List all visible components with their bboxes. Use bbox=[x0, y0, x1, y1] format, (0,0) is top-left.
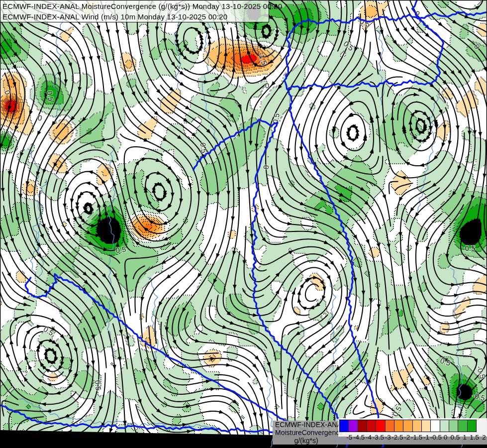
legend-swatch bbox=[412, 420, 422, 432]
legend-tick-label: -3 bbox=[385, 434, 391, 441]
title-line-moisture: ECMWF-INDEX-ANAL MoistureConvergence (g/… bbox=[2, 1, 269, 11]
title-overlay: ECMWF-INDEX-ANAL MoistureConvergence (g/… bbox=[0, 0, 269, 22]
weather-map-screen: ECMWF-INDEX-ANAL MoistureConvergence (g/… bbox=[0, 0, 487, 448]
legend-swatch bbox=[385, 420, 394, 432]
legend-tick-label: -4.5 bbox=[353, 434, 365, 441]
weather-map-canvas bbox=[0, 0, 487, 448]
legend-tick-label: -2.5 bbox=[391, 434, 403, 441]
legend-swatch bbox=[430, 420, 440, 432]
legend-tick-label: -5 bbox=[346, 434, 352, 441]
legend-colorbar bbox=[340, 420, 477, 432]
legend-subtitle: MoistureConvergence bbox=[275, 429, 343, 437]
legend-units: g/(kg*s) bbox=[275, 437, 337, 445]
legend-swatch bbox=[467, 420, 477, 432]
legend-tick-label: -1.5 bbox=[411, 434, 422, 441]
legend-tick-label: -2 bbox=[404, 434, 410, 441]
legend-tick-label: 1 bbox=[463, 434, 467, 441]
legend-tick-label: 0.5 bbox=[451, 434, 460, 441]
legend-swatch bbox=[421, 420, 431, 432]
legend-swatch bbox=[403, 420, 412, 432]
legend-swatch bbox=[358, 420, 367, 432]
legend-swatch bbox=[458, 420, 467, 432]
legend-tick-label: 0 bbox=[444, 434, 448, 441]
legend-swatch bbox=[348, 420, 358, 432]
legend-tick-label: 2 bbox=[482, 434, 486, 441]
legend-tick-label: -4 bbox=[366, 434, 372, 441]
legend-tick-label: 1.5 bbox=[470, 434, 479, 441]
legend-tick-label: -3.5 bbox=[373, 434, 384, 441]
legend-swatch bbox=[376, 420, 385, 432]
legend-tick-label: -1 bbox=[423, 434, 429, 441]
legend-tick-label: -0.5 bbox=[430, 434, 442, 441]
legend-swatch bbox=[394, 420, 403, 432]
legend-tick-labels: -5-4.5-4-3.5-3-2.5-2-1.5-1-0.500.511.52 bbox=[340, 434, 485, 441]
legend-swatch bbox=[449, 420, 458, 432]
legend-swatch bbox=[339, 420, 349, 432]
title-line-wind: ECMWF-INDEX-ANAL Wind (m/s) 10m Monday 1… bbox=[2, 11, 269, 22]
legend-swatch bbox=[440, 420, 449, 432]
legend-swatch bbox=[367, 420, 376, 432]
legend-title: ECMWF-INDEX-ANAL bbox=[275, 421, 346, 429]
